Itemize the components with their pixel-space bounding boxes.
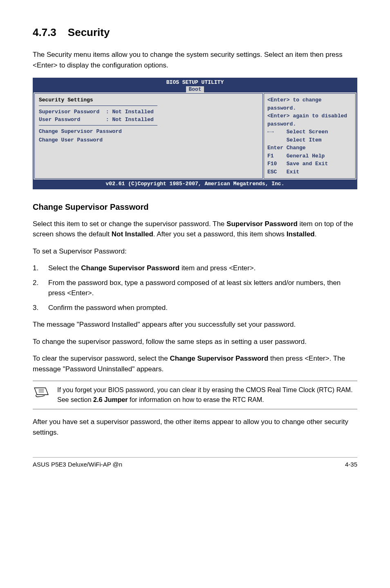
step-number: 1. xyxy=(33,263,48,274)
text: for information on how to erase the RTC … xyxy=(128,396,264,403)
bold-text: Installed xyxy=(287,230,315,238)
bios-help-line1: <Enter> to change password. xyxy=(267,96,352,112)
section-title: Security xyxy=(68,26,110,38)
text: . xyxy=(315,230,317,238)
bold-text: Change Supervisor Password xyxy=(81,264,179,272)
section-number: 4.7.3 xyxy=(33,25,56,40)
bios-title: BIOS SETUP UTILITY xyxy=(34,79,356,86)
step-number: 2. xyxy=(33,278,48,298)
paragraph: Select this item to set or change the su… xyxy=(33,219,357,240)
bios-sup-value: : Not Installed xyxy=(106,109,154,115)
bios-titlebar: BIOS SETUP UTILITY Boot xyxy=(34,79,356,92)
text: item and press <Enter>. xyxy=(179,264,256,272)
bold-text: Not Installed xyxy=(112,230,153,238)
step-text: Confirm the password when prompted. xyxy=(48,303,357,313)
bios-key-legend: ←→ Select Screen Select Item Enter Chang… xyxy=(267,128,352,176)
footer-right: 4-35 xyxy=(345,460,357,469)
bios-change-supervisor-password: Change Supervisor Password xyxy=(39,128,258,136)
footer-left: ASUS P5E3 Deluxe/WiFi-AP @n xyxy=(33,460,122,469)
subsection-heading: Change Supervisor Password xyxy=(33,201,357,213)
bios-body: Security Settings Supervisor Password : … xyxy=(34,92,356,180)
bold-text: Change Supervisor Password xyxy=(170,355,268,362)
steps-list: 1. Select the Change Supervisor Password… xyxy=(33,263,357,313)
bios-left-panel: Security Settings Supervisor Password : … xyxy=(34,93,263,179)
text: . After you set a password, this item sh… xyxy=(153,230,287,238)
note-box: If you forget your BIOS password, you ca… xyxy=(33,381,357,409)
bios-divider xyxy=(39,125,157,126)
bios-change-user-password: Change User Password xyxy=(39,136,258,144)
list-item: 2. From the password box, type a passwor… xyxy=(33,278,357,298)
bios-legend-text: Select Screen Select Item Enter Change F… xyxy=(267,129,328,175)
bios-user-label: User Password xyxy=(39,117,80,123)
page-footer: ASUS P5E3 Deluxe/WiFi-AP @n 4-35 xyxy=(33,457,357,469)
bios-help-line2: <Enter> again to disabled password. xyxy=(267,112,352,128)
bios-supervisor-password-row: Supervisor Password : Not Installed xyxy=(39,108,258,116)
list-item: 3. Confirm the password when prompted. xyxy=(33,303,357,313)
bios-user-password-row: User Password : Not Installed xyxy=(39,116,258,124)
paragraph: To clear the supervisor password, select… xyxy=(33,353,357,374)
text: To clear the supervisor password, select… xyxy=(33,355,170,362)
paragraph: To change the supervisor password, follo… xyxy=(33,337,357,347)
bios-sup-label: Supervisor Password xyxy=(39,109,99,115)
paragraph: After you have set a supervisor password… xyxy=(33,417,357,438)
note-icon xyxy=(33,385,50,402)
bios-security-settings-title: Security Settings xyxy=(39,96,258,104)
intro-paragraph: The Security menu items allow you to cha… xyxy=(33,49,357,70)
bold-text: 2.6 Jumper xyxy=(93,396,128,403)
list-item: 1. Select the Change Supervisor Password… xyxy=(33,263,357,274)
bios-user-value: : Not Installed xyxy=(106,117,154,123)
bios-help-text: <Enter> to change password. <Enter> agai… xyxy=(267,96,352,128)
bios-tab-boot: Boot xyxy=(186,86,204,93)
step-number: 3. xyxy=(33,303,48,313)
step-text: Select the Change Supervisor Password it… xyxy=(48,263,357,274)
paragraph: To set a Supervisor Password: xyxy=(33,246,357,257)
bios-footer: v02.61 (C)Copyright 1985-2007, American … xyxy=(34,180,356,189)
text: Select the xyxy=(48,264,81,272)
paragraph: The message "Password Installed" appears… xyxy=(33,319,357,330)
bios-screenshot: BIOS SETUP UTILITY Boot Security Setting… xyxy=(33,78,357,189)
text: Select this item to set or change the su… xyxy=(33,220,226,228)
bios-divider xyxy=(39,105,157,106)
bold-text: Supervisor Password xyxy=(226,220,298,228)
bios-right-panel: <Enter> to change password. <Enter> agai… xyxy=(264,93,356,179)
note-text: If you forget your BIOS password, you ca… xyxy=(57,385,357,405)
step-text: From the password box, type a password c… xyxy=(48,278,357,298)
arrows-lr-icon: ←→ xyxy=(267,128,274,136)
section-heading: 4.7.3Security xyxy=(33,25,357,40)
